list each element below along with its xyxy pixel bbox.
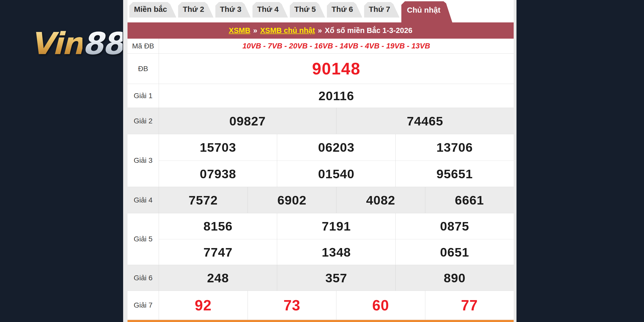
prize-line: 7572690240826661 (159, 187, 514, 213)
prize-number: 248 (159, 265, 277, 291)
prize-number: 0651 (395, 239, 514, 265)
prize-number: 60 (336, 291, 425, 320)
prize-line: 815671910875 (159, 213, 514, 239)
breadcrumb-separator: » (253, 26, 257, 35)
breadcrumb-link-xsmb-chu-nhat[interactable]: XSMB chủ nhật (260, 26, 315, 35)
prize-number: 20116 (159, 84, 514, 108)
prize-line: 20116 (159, 84, 514, 108)
prize-row-label: Giải 5 (128, 213, 159, 265)
prize-line: 079380154095651 (159, 160, 514, 187)
prize-number: 7572 (159, 187, 248, 213)
results-table: Mã ĐB 10VB - 7VB - 20VB - 16VB - 14VB - … (128, 39, 514, 322)
prize-row-label: Giải 6 (128, 265, 159, 291)
prize-number: 92 (159, 291, 248, 320)
breadcrumb-link-xsmb[interactable]: XSMB (229, 26, 250, 35)
prize-row-label: Giải 4 (128, 187, 159, 213)
weekday-tab-bar: Miền bắcThứ 2Thứ 3Thứ 4Thứ 5Thứ 6Thứ 7Ch… (128, 0, 514, 22)
prize-number: 01540 (277, 161, 395, 187)
lottery-results-panel: Miền bắcThứ 2Thứ 3Thứ 4Thứ 5Thứ 6Thứ 7Ch… (123, 0, 516, 322)
prize-line: 92736077 (159, 291, 514, 320)
ma-db-value: 10VB - 7VB - 20VB - 16VB - 14VB - 4VB - … (159, 39, 514, 53)
tab-thu-6[interactable]: Thứ 6 (327, 2, 362, 18)
prize-number: 1348 (277, 239, 395, 265)
row-ma-db: Mã ĐB 10VB - 7VB - 20VB - 16VB - 14VB - … (128, 39, 514, 54)
prize-line: 157030620313706 (159, 134, 514, 160)
logo-text-88: 88 (82, 26, 123, 61)
vin88-logo: Vin88 (30, 26, 123, 61)
prize-number: 15703 (159, 134, 277, 160)
prize-number: 7747 (159, 239, 277, 265)
logo-text-vin: Vin (30, 26, 82, 61)
prize-number: 06203 (277, 134, 395, 160)
prize-row-label: Giải 7 (128, 291, 159, 320)
prize-row-values: 7572690240826661 (159, 187, 514, 213)
prize-row: Giải 20982774465 (128, 108, 514, 134)
bottom-orange-bar (128, 320, 514, 322)
prize-row-values: 0982774465 (159, 108, 514, 134)
prize-row-label: ĐB (128, 54, 159, 84)
breadcrumb-current: Xổ số miền Bắc 1-3-2026 (325, 26, 412, 35)
prize-row: Giải 5815671910875774713480651 (128, 213, 514, 265)
prize-number: 357 (277, 265, 395, 291)
prize-number: 8156 (159, 213, 277, 239)
prize-row: Giải 6248357890 (128, 265, 514, 291)
prize-line: 774713480651 (159, 239, 514, 265)
prize-number: 90148 (159, 54, 514, 84)
prize-row: Giải 3157030620313706079380154095651 (128, 134, 514, 187)
prize-row: Giải 120116 (128, 84, 514, 108)
tab-mien-bac[interactable]: Miền bắc (129, 2, 176, 18)
prize-number: 6902 (248, 187, 336, 213)
prize-number: 77 (425, 291, 514, 320)
prize-rows: ĐB90148Giải 120116Giải 20982774465Giải 3… (128, 54, 514, 320)
prize-row-label: Giải 2 (128, 108, 159, 134)
prize-row-values: 815671910875774713480651 (159, 213, 514, 265)
prize-number: 73 (248, 291, 336, 320)
tab-thu-2[interactable]: Thứ 2 (178, 2, 213, 18)
tab-thu-4[interactable]: Thứ 4 (252, 2, 288, 18)
prize-line: 248357890 (159, 265, 514, 291)
prize-row-values: 20116 (159, 84, 514, 108)
prize-line: 0982774465 (159, 108, 514, 134)
prize-number: 09827 (159, 108, 336, 134)
breadcrumb-separator: » (318, 26, 322, 35)
tab-thu-5[interactable]: Thứ 5 (290, 2, 325, 18)
prize-number: 4082 (336, 187, 425, 213)
prize-row: ĐB90148 (128, 54, 514, 84)
breadcrumb: XSMB » XSMB chủ nhật » Xổ số miền Bắc 1-… (128, 22, 514, 39)
lottery-results-panel-inner: Miền bắcThứ 2Thứ 3Thứ 4Thứ 5Thứ 6Thứ 7Ch… (128, 0, 514, 322)
prize-number: 6661 (425, 187, 514, 213)
prize-row-values: 157030620313706079380154095651 (159, 134, 514, 187)
prize-row-values: 90148 (159, 54, 514, 84)
prize-number: 890 (395, 265, 514, 291)
prize-row-label: Giải 1 (128, 84, 159, 108)
prize-line: 90148 (159, 54, 514, 84)
tab-thu-3[interactable]: Thứ 3 (215, 2, 251, 18)
prize-row: Giải 47572690240826661 (128, 187, 514, 213)
ma-db-label: Mã ĐB (128, 39, 159, 53)
prize-row: Giải 792736077 (128, 291, 514, 320)
prize-number: 07938 (159, 161, 277, 187)
prize-number: 74465 (336, 108, 514, 134)
prize-number: 13706 (395, 134, 514, 160)
prize-number: 95651 (395, 161, 514, 187)
prize-number: 7191 (277, 213, 395, 239)
prize-number: 0875 (395, 213, 514, 239)
tab-chu-nhat[interactable]: Chủ nhật (401, 1, 452, 22)
prize-row-label: Giải 3 (128, 134, 159, 187)
tab-thu-7[interactable]: Thứ 7 (364, 2, 399, 18)
prize-row-values: 248357890 (159, 265, 514, 291)
prize-row-values: 92736077 (159, 291, 514, 320)
